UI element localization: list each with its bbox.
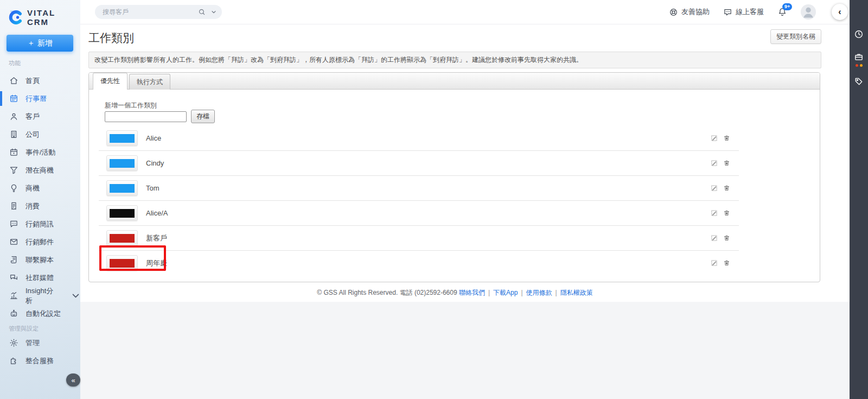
row-actions bbox=[711, 259, 730, 267]
category-row: 新客戶 bbox=[99, 226, 739, 251]
mail-icon bbox=[9, 237, 18, 246]
add-category-label: 新增一個工作類別 bbox=[105, 101, 157, 110]
sidebar-item-integrations[interactable]: 整合服務 bbox=[0, 352, 80, 370]
delete-icon[interactable] bbox=[723, 185, 730, 192]
red-dot bbox=[856, 64, 858, 67]
user-avatar[interactable] bbox=[801, 4, 816, 20]
sidebar-item-marketing-email[interactable]: 行銷郵件 bbox=[0, 233, 80, 251]
sidebar-item-automation[interactable]: 自動化設定 bbox=[0, 305, 80, 322]
company-icon bbox=[9, 130, 18, 139]
help-button[interactable]: 友善協助 bbox=[669, 7, 710, 17]
workbag-button[interactable] bbox=[854, 52, 864, 62]
funnel-icon bbox=[9, 166, 18, 175]
orange-dot bbox=[860, 64, 863, 67]
footer: © GSS All Rights Reserved. 電話 (02)2592-6… bbox=[88, 288, 821, 297]
history-button[interactable] bbox=[854, 29, 864, 39]
edit-icon[interactable] bbox=[711, 210, 718, 217]
notification-badge: 9+ bbox=[782, 3, 792, 10]
delete-icon[interactable] bbox=[723, 235, 730, 242]
new-category-input[interactable] bbox=[105, 111, 187, 122]
brand-logo: VITAL CRM bbox=[7, 8, 80, 27]
sidebar-collapse-button[interactable]: « bbox=[66, 373, 80, 387]
sidebar-item-events[interactable]: 事件/活動 bbox=[0, 143, 80, 161]
row-actions bbox=[711, 160, 730, 167]
row-actions bbox=[711, 235, 730, 242]
search-input[interactable] bbox=[95, 8, 198, 16]
category-row: Alice/A bbox=[99, 201, 739, 226]
edit-icon[interactable] bbox=[711, 185, 718, 192]
panel-toggle-button[interactable]: ‹ bbox=[832, 4, 848, 20]
online-support-button[interactable]: 線上客服 bbox=[723, 7, 764, 17]
tab-strip: 優先性 執行方式 bbox=[89, 73, 820, 90]
footer-link-privacy[interactable]: 隱私權政策 bbox=[560, 289, 593, 296]
sidebar-item-potential-opportunities[interactable]: 潛在商機 bbox=[0, 161, 80, 179]
sidebar-item-contact-script[interactable]: 聯繫腳本 bbox=[0, 251, 80, 269]
main-content: 工作類別 變更類別名稱 改變工作類別將影響所有人的工作。例如您將「拜訪」改為「到… bbox=[80, 24, 850, 399]
search-bar[interactable] bbox=[95, 5, 222, 19]
collapse-icon: « bbox=[71, 376, 75, 384]
edit-icon[interactable] bbox=[711, 160, 718, 167]
chevron-left-icon: ‹ bbox=[838, 7, 841, 17]
lifering-icon bbox=[669, 8, 678, 17]
app-screen: VITAL CRM ＋ 新增 功能 首頁 行事曆 客戶 公司 bbox=[0, 0, 868, 399]
sidebar-item-calendar[interactable]: 行事曆 bbox=[0, 90, 80, 107]
home-icon bbox=[9, 76, 18, 85]
sidebar-admin-menu: 管理 整合服務 bbox=[0, 334, 80, 370]
delete-icon[interactable] bbox=[723, 210, 730, 217]
color-chip-button[interactable] bbox=[106, 230, 138, 246]
sms-bubble-icon bbox=[9, 219, 18, 229]
search-icon[interactable] bbox=[198, 8, 206, 16]
color-swatch bbox=[110, 184, 135, 193]
save-button[interactable]: 存檔 bbox=[191, 110, 215, 123]
category-row: Alice bbox=[99, 126, 739, 151]
footer-link-contact[interactable]: 聯絡我們 bbox=[459, 289, 485, 296]
footer-link-terms[interactable]: 使用條款 bbox=[526, 289, 552, 296]
notifications-button[interactable]: 9+ bbox=[777, 7, 787, 17]
tags-button[interactable] bbox=[854, 77, 864, 86]
delete-icon[interactable] bbox=[723, 135, 730, 142]
category-list: Alice Cindy bbox=[99, 126, 739, 275]
tab-execution-method[interactable]: 執行方式 bbox=[129, 74, 170, 90]
category-name: Tom bbox=[146, 184, 159, 192]
sidebar-item-social-media[interactable]: 社群媒體 bbox=[0, 269, 80, 287]
category-name: 新客戶 bbox=[146, 233, 167, 243]
sidebar-section-functions: 功能 bbox=[9, 59, 21, 67]
script-icon bbox=[9, 255, 18, 264]
sidebar-item-marketing-sms[interactable]: 行銷簡訊 bbox=[0, 215, 80, 233]
sidebar-item-spending[interactable]: 消費 bbox=[0, 197, 80, 215]
row-actions bbox=[711, 185, 730, 192]
category-row-highlighted: 周年慶 bbox=[99, 251, 739, 275]
categories-panel: 優先性 執行方式 新增一個工作類別 存檔 Alice bbox=[88, 72, 820, 282]
chevron-down-icon bbox=[71, 291, 80, 300]
delete-icon[interactable] bbox=[723, 259, 730, 267]
edit-icon[interactable] bbox=[711, 135, 718, 142]
sidebar-item-management[interactable]: 管理 bbox=[0, 334, 80, 352]
edit-icon[interactable] bbox=[711, 235, 718, 242]
color-swatch bbox=[110, 159, 135, 168]
color-chip-button[interactable] bbox=[106, 130, 138, 146]
sidebar-item-customers[interactable]: 客戶 bbox=[0, 107, 80, 125]
plus-icon: ＋ bbox=[27, 39, 35, 48]
add-new-button[interactable]: ＋ 新增 bbox=[7, 35, 73, 52]
puzzle-icon bbox=[9, 356, 18, 365]
edit-icon[interactable] bbox=[711, 259, 718, 267]
sidebar-item-insight[interactable]: Insight分析 bbox=[0, 287, 80, 305]
tab-priority[interactable]: 優先性 bbox=[93, 73, 127, 90]
search-chevron-down-icon[interactable] bbox=[210, 9, 217, 15]
sidebar-item-home[interactable]: 首頁 bbox=[0, 72, 80, 90]
delete-icon[interactable] bbox=[723, 160, 730, 167]
color-chip-button[interactable] bbox=[106, 255, 138, 271]
rename-category-button[interactable]: 變更類別名稱 bbox=[770, 29, 821, 44]
color-chip-button[interactable] bbox=[106, 205, 138, 221]
category-name: Alice bbox=[146, 134, 161, 142]
customer-icon bbox=[9, 112, 18, 121]
sidebar-item-opportunities[interactable]: 商機 bbox=[0, 179, 80, 197]
sidebar-item-companies[interactable]: 公司 bbox=[0, 125, 80, 143]
color-chip-button[interactable] bbox=[106, 155, 138, 171]
avatar-person-icon bbox=[801, 4, 816, 20]
color-swatch bbox=[110, 134, 135, 143]
color-chip-button[interactable] bbox=[106, 180, 138, 196]
footer-link-download-app[interactable]: 下載App bbox=[493, 289, 518, 296]
category-name: Alice/A bbox=[146, 209, 168, 217]
category-name: Cindy bbox=[146, 159, 164, 167]
